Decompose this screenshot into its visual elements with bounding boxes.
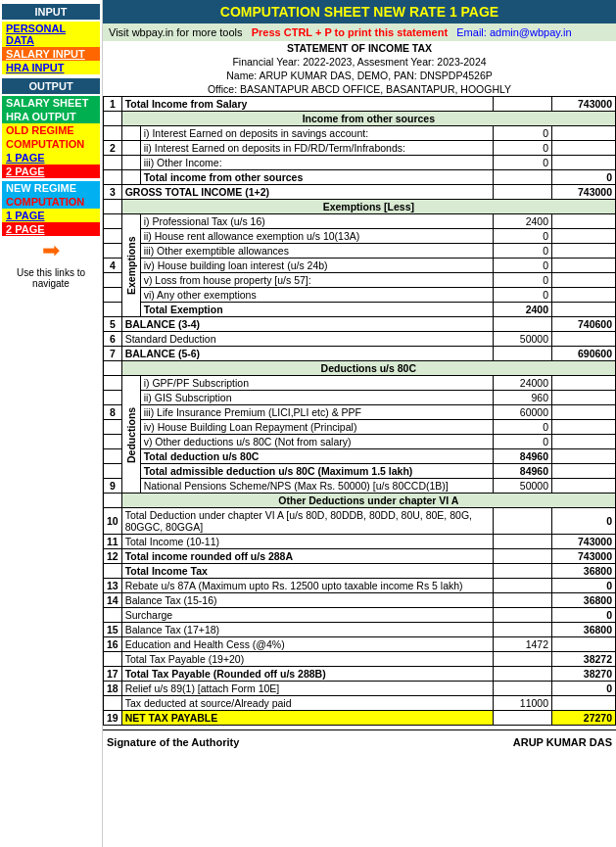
table-row: 13 Rebate u/s 87A (Maximum upto Rs. 1250…: [104, 579, 616, 593]
sidebar-new-regime: NEW REGIME: [2, 181, 100, 195]
visit-text: Visit wbpay.in for more tools: [109, 26, 243, 38]
table-row: 15 Balance Tax (17+18) 36800: [104, 623, 616, 637]
table-row: 14 Balance Tax (15-16) 36800: [104, 593, 616, 608]
sidebar-page2[interactable]: 2 PAGE: [2, 165, 100, 178]
table-row: 8 iii) Life Insurance Premium (LICI,PLI …: [104, 405, 616, 420]
sidebar-hra-input[interactable]: HRA INPUT: [2, 61, 100, 74]
table-row: Deductions u/s 80C: [104, 361, 616, 376]
sidebar-computation: COMPUTATION: [2, 137, 100, 151]
table-row: ii) GIS Subscription 960: [104, 391, 616, 405]
table-row: Total Exemption 2400: [104, 303, 616, 317]
table-row: iii) Other exemptible allowances 0: [104, 244, 616, 259]
table-row: Total Tax Payable (19+20) 38272: [104, 652, 616, 667]
table-row: 10 Total Deduction under chapter VI A [u…: [104, 508, 616, 535]
table-row: Total income from other sources 0: [104, 170, 616, 185]
name-pan: Name: ARUP KUMAR DAS, DEMO, PAN: DNSPDP4…: [104, 69, 616, 82]
sidebar-old-regime: OLD REGIME: [2, 123, 100, 137]
sidebar-page1[interactable]: 1 PAGE: [2, 151, 100, 165]
table-row: v) Other deductions u/s 80C (Not from sa…: [104, 435, 616, 449]
table-row: Income from other sources: [104, 112, 616, 126]
tools-bar: Visit wbpay.in for more tools Press CTRL…: [103, 24, 616, 41]
sidebar-salary-input[interactable]: SALARY INPUT: [2, 47, 100, 61]
footer-right: ARUP KUMAR DAS: [513, 736, 612, 748]
statement-title: STATEMENT OF INCOME TAX: [104, 41, 616, 55]
table-row: Total admissible deduction u/s 80C (Maxi…: [104, 464, 616, 479]
table-row: 3 GROSS TOTAL INCOME (1+2) 743000: [104, 185, 616, 200]
financial-year: Financial Year: 2022-2023, Assesment Yea…: [104, 55, 616, 69]
table-row: 6 Standard Deduction 50000: [104, 332, 616, 347]
table-row: Exemptions [Less]: [104, 200, 616, 214]
table-row: 9 National Pensions Scheme/NPS (Max Rs. …: [104, 479, 616, 494]
table-row: Total Income Tax 36800: [104, 564, 616, 579]
press-text: Press CTRL + P to print this statement: [252, 26, 448, 38]
table-row: 11 Total Income (10-11) 743000: [104, 535, 616, 549]
main-content: COMPUTATION SHEET NEW RATE 1 PAGE Visit …: [103, 0, 616, 847]
table-row: i) Interest Earned on deposits in saving…: [104, 126, 616, 141]
footer: Signature of the Authority ARUP KUMAR DA…: [103, 729, 616, 754]
table-row: 12 Total income rounded off u/s 288A 743…: [104, 549, 616, 564]
table-row: Total deduction u/s 80C 84960: [104, 449, 616, 464]
footer-left: Signature of the Authority: [107, 736, 239, 748]
table-row: ii) House rent allowance exemption u/s 1…: [104, 229, 616, 244]
sidebar-salary-sheet[interactable]: SALARY SHEET: [2, 96, 100, 110]
table-row: Tax deducted at source/Already paid 1100…: [104, 696, 616, 711]
income-tax-table: STATEMENT OF INCOME TAX Financial Year: …: [103, 41, 616, 726]
table-row: vi) Any other exemptions 0: [104, 288, 616, 303]
table-row: iii) Other Income: 0: [104, 156, 616, 170]
email-text: Email: admin@wbpay.in: [456, 26, 571, 38]
sidebar-new-computation: COMPUTATION: [2, 195, 100, 209]
sidebar-output-label: OUTPUT: [2, 78, 100, 94]
table-row: Deductions i) GPF/PF Subscription 24000: [104, 376, 616, 391]
sidebar: INPUT PERSONAL DATA SALARY INPUT HRA INP…: [0, 0, 103, 847]
sidebar-nav-text: Use this links to navigate: [2, 265, 100, 291]
table-row: Other Deductions under chapter VI A: [104, 494, 616, 508]
deductions-label: Deductions: [121, 376, 140, 494]
table-row: 4 iv) House building loan interest (u/s …: [104, 259, 616, 273]
arrow-icon: ➡: [2, 236, 100, 265]
sidebar-hra-output[interactable]: HRA OUTPUT: [2, 110, 100, 123]
table-row: Surcharge 0: [104, 608, 616, 623]
sidebar-new-page2[interactable]: 2 PAGE: [2, 222, 100, 236]
office: Office: BASANTAPUR ABCD OFFICE, BASANTAP…: [104, 82, 616, 97]
table-row: 1 Total Income from Salary 743000: [104, 97, 616, 112]
sidebar-input-label: INPUT: [2, 4, 100, 20]
page-title: COMPUTATION SHEET NEW RATE 1 PAGE: [103, 0, 616, 24]
table-row: 2 ii) Interest Earned on deposits in FD/…: [104, 141, 616, 156]
sidebar-personal-data[interactable]: PERSONAL DATA: [2, 22, 100, 47]
table-row: 7 BALANCE (5-6) 690600: [104, 347, 616, 361]
table-row: 17 Total Tax Payable (Rounded off u/s 28…: [104, 667, 616, 682]
table-row: 19 NET TAX PAYABLE 27270: [104, 711, 616, 726]
table-row: 18 Relief u/s 89(1) [attach Form 10E] 0: [104, 682, 616, 696]
sidebar-new-page1[interactable]: 1 PAGE: [2, 209, 100, 222]
table-row: Exemptions i) Professional Tax (u/s 16) …: [104, 214, 616, 229]
table-row: 16 Education and Health Cess (@4%) 1472: [104, 637, 616, 652]
table-row: 5 BALANCE (3-4) 740600: [104, 317, 616, 332]
table-row: iv) House Building Loan Repayment (Princ…: [104, 420, 616, 435]
exemptions-label: Exemptions: [121, 214, 140, 317]
table-row: v) Loss from house property [u/s 57]: 0: [104, 273, 616, 288]
